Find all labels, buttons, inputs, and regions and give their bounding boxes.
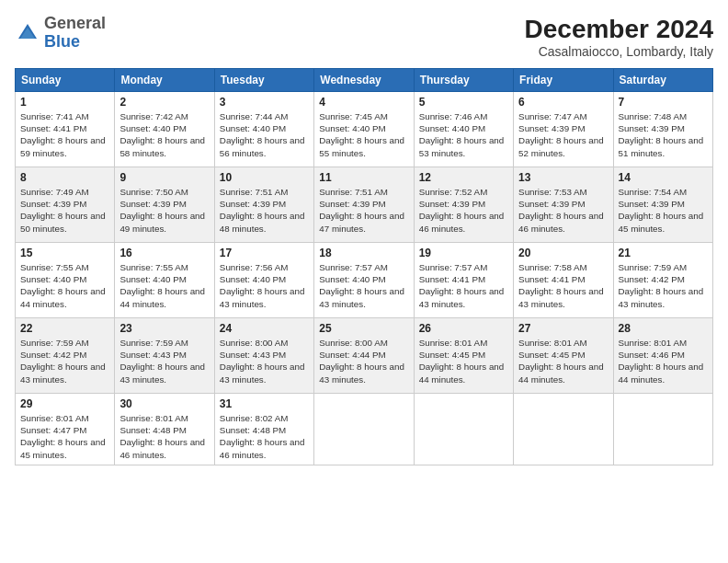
day-info: Sunrise: 7:52 AM Sunset: 4:39 PM Dayligh… [419,186,508,235]
calendar-cell: 17 Sunrise: 7:56 AM Sunset: 4:40 PM Dayl… [214,243,313,318]
day-number: 28 [619,322,708,335]
day-info: Sunrise: 7:59 AM Sunset: 4:43 PM Dayligh… [119,337,209,385]
calendar-cell [613,394,712,465]
day-info: Sunrise: 8:01 AM Sunset: 4:45 PM Dayligh… [518,337,608,385]
calendar-row-1: 1 Sunrise: 7:41 AM Sunset: 4:41 PM Dayli… [16,92,713,167]
col-thursday: Thursday [414,69,513,92]
col-tuesday: Tuesday [214,69,313,92]
day-info: Sunrise: 7:55 AM Sunset: 4:40 PM Dayligh… [20,261,109,310]
calendar-cell: 1 Sunrise: 7:41 AM Sunset: 4:41 PM Dayli… [16,92,115,167]
calendar-cell: 19 Sunrise: 7:57 AM Sunset: 4:41 PM Dayl… [414,243,513,318]
calendar-cell: 18 Sunrise: 7:57 AM Sunset: 4:40 PM Dayl… [314,243,414,318]
day-info: Sunrise: 7:57 AM Sunset: 4:41 PM Dayligh… [419,261,508,310]
day-number: 3 [220,96,309,109]
day-info: Sunrise: 7:56 AM Sunset: 4:40 PM Dayligh… [220,261,309,310]
calendar-header-row: Sunday Monday Tuesday Wednesday Thursday… [16,69,713,92]
calendar-cell: 5 Sunrise: 7:46 AM Sunset: 4:40 PM Dayli… [414,92,513,167]
calendar-cell: 12 Sunrise: 7:52 AM Sunset: 4:39 PM Dayl… [414,167,513,243]
day-number: 26 [419,322,508,335]
calendar-cell: 3 Sunrise: 7:44 AM Sunset: 4:40 PM Dayli… [214,92,313,167]
day-number: 15 [20,247,109,259]
calendar-row-3: 15 Sunrise: 7:55 AM Sunset: 4:40 PM Dayl… [16,243,713,318]
calendar-cell: 13 Sunrise: 7:53 AM Sunset: 4:39 PM Dayl… [514,167,613,243]
calendar-cell: 26 Sunrise: 8:01 AM Sunset: 4:45 PM Dayl… [414,318,513,394]
month-title: December 2024 [525,15,713,44]
calendar-cell: 15 Sunrise: 7:55 AM Sunset: 4:40 PM Dayl… [16,243,115,318]
day-number: 23 [119,322,209,335]
day-info: Sunrise: 8:00 AM Sunset: 4:43 PM Dayligh… [220,337,309,385]
location: Casalmaiocco, Lombardy, Italy [525,44,713,59]
day-number: 14 [619,171,708,184]
col-friday: Friday [514,69,613,92]
header: General Blue December 2024 Casalmaiocco,… [15,15,713,59]
day-number: 17 [220,247,309,259]
day-number: 2 [119,96,209,109]
calendar-row-5: 29 Sunrise: 8:01 AM Sunset: 4:47 PM Dayl… [16,394,713,465]
calendar-row-2: 8 Sunrise: 7:49 AM Sunset: 4:39 PM Dayli… [16,167,713,243]
calendar-row-4: 22 Sunrise: 7:59 AM Sunset: 4:42 PM Dayl… [16,318,713,394]
logo-text: General Blue [44,15,106,52]
logo-general: General [44,14,106,32]
day-number: 20 [518,247,608,259]
logo-icon [15,20,40,46]
day-info: Sunrise: 7:47 AM Sunset: 4:39 PM Dayligh… [518,110,608,159]
calendar-cell [414,394,513,465]
calendar-cell [314,394,414,465]
day-info: Sunrise: 7:48 AM Sunset: 4:39 PM Dayligh… [619,110,708,159]
day-number: 29 [20,397,109,410]
day-number: 25 [319,322,408,335]
day-info: Sunrise: 7:50 AM Sunset: 4:39 PM Dayligh… [119,186,209,235]
day-number: 18 [319,247,408,259]
day-info: Sunrise: 7:45 AM Sunset: 4:40 PM Dayligh… [319,110,408,159]
day-info: Sunrise: 7:41 AM Sunset: 4:41 PM Dayligh… [20,110,109,159]
calendar-cell: 9 Sunrise: 7:50 AM Sunset: 4:39 PM Dayli… [115,167,214,243]
calendar-cell: 31 Sunrise: 8:02 AM Sunset: 4:48 PM Dayl… [214,394,313,465]
col-monday: Monday [115,69,214,92]
logo: General Blue [15,15,106,52]
day-number: 10 [220,171,309,184]
day-info: Sunrise: 7:51 AM Sunset: 4:39 PM Dayligh… [319,186,408,235]
day-number: 21 [619,247,708,259]
day-info: Sunrise: 8:01 AM Sunset: 4:45 PM Dayligh… [419,337,508,385]
day-number: 11 [319,171,408,184]
day-number: 12 [419,171,508,184]
col-wednesday: Wednesday [314,69,414,92]
calendar-cell: 29 Sunrise: 8:01 AM Sunset: 4:47 PM Dayl… [16,394,115,465]
calendar-table: Sunday Monday Tuesday Wednesday Thursday… [15,68,713,465]
calendar-cell: 25 Sunrise: 8:00 AM Sunset: 4:44 PM Dayl… [314,318,414,394]
calendar-cell: 28 Sunrise: 8:01 AM Sunset: 4:46 PM Dayl… [613,318,712,394]
calendar-cell: 4 Sunrise: 7:45 AM Sunset: 4:40 PM Dayli… [314,92,414,167]
day-number: 4 [319,96,408,109]
day-info: Sunrise: 7:58 AM Sunset: 4:41 PM Dayligh… [518,261,608,310]
calendar-cell: 30 Sunrise: 8:01 AM Sunset: 4:48 PM Dayl… [115,394,214,465]
day-info: Sunrise: 8:01 AM Sunset: 4:48 PM Dayligh… [119,412,209,461]
day-number: 19 [419,247,508,259]
day-number: 16 [119,247,209,259]
col-saturday: Saturday [613,69,712,92]
day-number: 7 [619,96,708,109]
calendar-cell: 23 Sunrise: 7:59 AM Sunset: 4:43 PM Dayl… [115,318,214,394]
day-info: Sunrise: 7:44 AM Sunset: 4:40 PM Dayligh… [220,110,309,159]
day-number: 30 [119,397,209,410]
logo-blue: Blue [44,32,80,51]
calendar-cell: 16 Sunrise: 7:55 AM Sunset: 4:40 PM Dayl… [115,243,214,318]
day-number: 9 [119,171,209,184]
day-number: 13 [518,171,608,184]
day-info: Sunrise: 8:00 AM Sunset: 4:44 PM Dayligh… [319,337,408,385]
calendar-cell: 10 Sunrise: 7:51 AM Sunset: 4:39 PM Dayl… [214,167,313,243]
calendar-cell: 7 Sunrise: 7:48 AM Sunset: 4:39 PM Dayli… [613,92,712,167]
calendar-cell: 8 Sunrise: 7:49 AM Sunset: 4:39 PM Dayli… [16,167,115,243]
day-info: Sunrise: 7:46 AM Sunset: 4:40 PM Dayligh… [419,110,508,159]
calendar-cell [514,394,613,465]
calendar-cell: 20 Sunrise: 7:58 AM Sunset: 4:41 PM Dayl… [514,243,613,318]
calendar-cell: 22 Sunrise: 7:59 AM Sunset: 4:42 PM Dayl… [16,318,115,394]
calendar-cell: 24 Sunrise: 8:00 AM Sunset: 4:43 PM Dayl… [214,318,313,394]
day-info: Sunrise: 7:59 AM Sunset: 4:42 PM Dayligh… [619,261,708,310]
day-number: 22 [20,322,109,335]
day-info: Sunrise: 7:54 AM Sunset: 4:39 PM Dayligh… [619,186,708,235]
calendar-cell: 11 Sunrise: 7:51 AM Sunset: 4:39 PM Dayl… [314,167,414,243]
day-info: Sunrise: 7:55 AM Sunset: 4:40 PM Dayligh… [119,261,209,310]
day-number: 31 [220,397,309,410]
day-info: Sunrise: 7:51 AM Sunset: 4:39 PM Dayligh… [220,186,309,235]
day-number: 6 [518,96,608,109]
